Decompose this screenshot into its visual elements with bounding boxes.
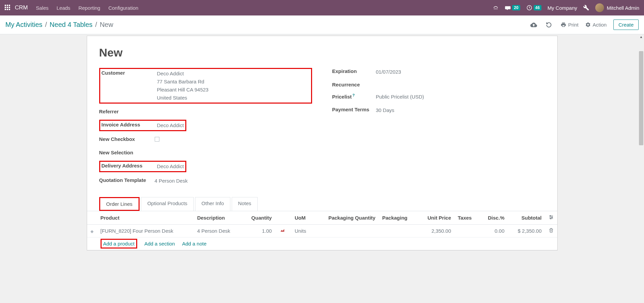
invoice-value[interactable]: Deco Addict bbox=[157, 121, 184, 129]
print-label: Print bbox=[568, 22, 578, 28]
cell-pack-qty[interactable] bbox=[313, 225, 379, 237]
delivery-label: Delivery Address bbox=[102, 162, 157, 168]
svg-rect-7 bbox=[7, 9, 8, 10]
customer-city: Pleasant Hill CA 94523 bbox=[157, 86, 209, 94]
scrollbar[interactable]: ▲ bbox=[638, 34, 644, 251]
create-button[interactable]: Create bbox=[613, 20, 639, 30]
table-row[interactable]: ◆ [FURN_8220] Four Person Desk 4 Person … bbox=[87, 225, 557, 237]
company-switcher[interactable]: My Company bbox=[547, 5, 577, 11]
pricelist-label: Pricelist? bbox=[332, 93, 376, 100]
form-sheet: New Customer Deco Addict 77 Santa Barbar… bbox=[87, 36, 558, 251]
messages-icon[interactable]: 20 bbox=[505, 5, 520, 11]
crumb-new: New bbox=[100, 21, 113, 29]
nav-reporting[interactable]: Reporting bbox=[78, 5, 100, 11]
th-unit-price: Unit Price bbox=[418, 211, 454, 225]
svg-rect-0 bbox=[5, 5, 6, 6]
discard-icon[interactable] bbox=[545, 22, 554, 28]
tab-order-lines[interactable]: Order Lines bbox=[99, 197, 140, 211]
svg-rect-2 bbox=[9, 5, 10, 6]
activities-icon[interactable]: 46 bbox=[526, 5, 541, 11]
customer-label: Customer bbox=[102, 70, 157, 76]
help-icon[interactable]: ? bbox=[352, 93, 355, 97]
crumb-sep: / bbox=[95, 21, 97, 29]
th-quantity: Quantity bbox=[242, 211, 275, 225]
avatar bbox=[595, 3, 604, 12]
th-settings[interactable] bbox=[545, 211, 557, 225]
customer-street: 77 Santa Barbara Rd bbox=[157, 78, 209, 86]
expiration-label: Expiration bbox=[332, 68, 376, 74]
svg-rect-1 bbox=[7, 5, 8, 6]
activities-badge: 46 bbox=[534, 5, 541, 10]
scroll-up-icon[interactable]: ▲ bbox=[638, 35, 644, 39]
customer-value[interactable]: Deco Addict 77 Santa Barbara Rd Pleasant… bbox=[157, 70, 209, 102]
cell-packaging[interactable] bbox=[379, 225, 417, 237]
svg-rect-3 bbox=[5, 7, 6, 8]
tab-optional-products[interactable]: Optional Products bbox=[141, 197, 194, 211]
customer-name: Deco Addict bbox=[157, 70, 209, 78]
cell-uom[interactable]: Units bbox=[291, 225, 313, 237]
table-header-row: Product Description Quantity UoM Packagi… bbox=[87, 211, 557, 225]
cell-product[interactable]: [FURN_8220] Four Person Desk bbox=[97, 225, 194, 237]
payment-label: Payment Terms bbox=[332, 106, 376, 112]
th-packaging: Packaging bbox=[379, 211, 417, 225]
drag-handle-icon[interactable]: ◆ bbox=[90, 229, 93, 234]
order-lines-table: Product Description Quantity UoM Packagi… bbox=[87, 211, 557, 250]
delete-row-icon[interactable] bbox=[545, 225, 557, 237]
tab-other-info[interactable]: Other Info bbox=[195, 197, 230, 211]
nav-leads[interactable]: Leads bbox=[56, 5, 70, 11]
user-name: Mitchell Admin bbox=[607, 5, 639, 11]
cell-unit-price[interactable]: 2,350.00 bbox=[418, 225, 454, 237]
add-note-link[interactable]: Add a note bbox=[182, 241, 207, 247]
checkbox-label: New Checkbox bbox=[99, 136, 155, 142]
nav-sales[interactable]: Sales bbox=[36, 5, 49, 11]
page-title: New bbox=[99, 46, 545, 59]
cell-disc[interactable]: 0.00 bbox=[480, 225, 508, 237]
selection-label: New Selection bbox=[99, 149, 155, 155]
add-product-link[interactable]: Add a product bbox=[101, 239, 137, 249]
svg-point-18 bbox=[552, 217, 553, 218]
th-subtotal: Subtotal bbox=[508, 211, 545, 225]
th-disc: Disc.% bbox=[480, 211, 508, 225]
cell-taxes[interactable] bbox=[454, 225, 480, 237]
template-value[interactable]: 4 Person Desk bbox=[155, 177, 188, 185]
cell-subtotal: $ 2,350.00 bbox=[508, 225, 545, 237]
svg-rect-6 bbox=[5, 9, 6, 10]
invoice-label: Invoice Address bbox=[102, 121, 157, 127]
delivery-value[interactable]: Deco Addict bbox=[157, 162, 184, 171]
cell-quantity[interactable]: 1.00 bbox=[242, 225, 275, 237]
add-section-link[interactable]: Add a section bbox=[144, 241, 175, 247]
forecast-icon[interactable] bbox=[280, 228, 285, 234]
svg-point-19 bbox=[550, 218, 551, 219]
nav-configuration[interactable]: Configuration bbox=[108, 5, 138, 11]
th-taxes: Taxes bbox=[454, 211, 480, 225]
payment-value[interactable]: 30 Days bbox=[376, 106, 394, 114]
breadcrumb-bar: My Activities / Need 4 Tables / New Prin… bbox=[0, 15, 644, 34]
cloud-save-icon[interactable] bbox=[530, 22, 539, 28]
svg-rect-4 bbox=[7, 7, 8, 8]
crumb-activities[interactable]: My Activities bbox=[5, 21, 42, 29]
th-pack-qty: Packaging Quantity bbox=[313, 211, 379, 225]
referrer-label: Referrer bbox=[99, 108, 155, 114]
debug-icon[interactable] bbox=[583, 5, 589, 11]
brand[interactable]: CRM bbox=[15, 4, 28, 11]
voip-icon[interactable] bbox=[493, 5, 499, 11]
tabs: Order Lines Optional Products Other Info… bbox=[99, 197, 545, 211]
th-product: Product bbox=[97, 211, 194, 225]
pricelist-value[interactable]: Public Pricelist (USD) bbox=[376, 93, 424, 101]
expiration-value[interactable]: 01/07/2023 bbox=[376, 68, 401, 76]
new-checkbox[interactable] bbox=[155, 137, 159, 142]
crumb-sep: / bbox=[45, 21, 47, 29]
print-button[interactable]: Print bbox=[561, 22, 578, 28]
th-description: Description bbox=[194, 211, 242, 225]
template-label: Quotation Template bbox=[99, 177, 155, 183]
action-button[interactable]: Action bbox=[585, 22, 607, 28]
svg-rect-8 bbox=[9, 9, 10, 10]
user-menu[interactable]: Mitchell Admin bbox=[595, 3, 639, 12]
messages-badge: 20 bbox=[512, 5, 520, 10]
crumb-need4tables[interactable]: Need 4 Tables bbox=[50, 21, 93, 29]
apps-icon[interactable] bbox=[5, 5, 10, 11]
svg-point-17 bbox=[550, 216, 551, 217]
scroll-thumb[interactable] bbox=[639, 51, 643, 145]
tab-notes[interactable]: Notes bbox=[232, 197, 258, 211]
cell-description[interactable]: 4 Person Desk bbox=[194, 225, 242, 237]
